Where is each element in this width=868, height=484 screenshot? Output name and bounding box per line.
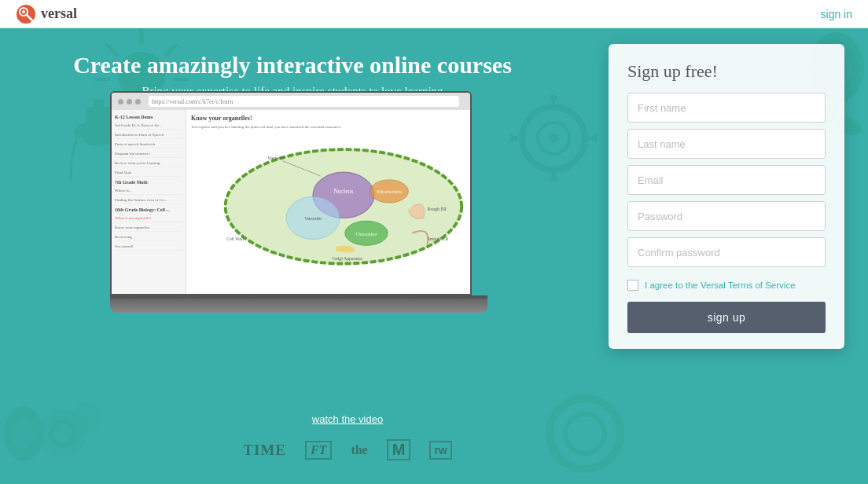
sidebar-section-3-title: 10th Grade Biology: Cell ... xyxy=(115,207,182,212)
lesson-content-title: Know your organelles! xyxy=(191,115,465,122)
sidebar-item-7: Where is... xyxy=(115,187,182,195)
svg-point-24 xyxy=(549,134,558,143)
watch-video-link[interactable]: watch the video xyxy=(312,413,383,425)
sidebar-section-1-title: K-12 Lesson Demo xyxy=(115,115,182,119)
signup-button[interactable]: sign up xyxy=(627,302,826,333)
browser-content: K-12 Lesson Demo 3rd Grade ELA: Parts of… xyxy=(112,110,470,294)
signup-title: Sign up free! xyxy=(627,61,826,82)
sidebar-section-2-title: 7th Grade Math xyxy=(115,180,182,185)
sidebar-item-10: Know your organelles xyxy=(115,224,182,232)
press-logo-time: TIME xyxy=(243,442,286,459)
last-name-input[interactable] xyxy=(627,129,826,159)
sidebar-item-9: What is an organelle? xyxy=(115,214,182,222)
bg-decoration-bottomleft xyxy=(0,371,126,484)
hero-title: Create amazingly interactive online cour… xyxy=(0,52,585,79)
laptop-base xyxy=(110,299,487,313)
press-logo-the: the xyxy=(351,443,367,457)
confirm-password-input[interactable] xyxy=(627,237,826,267)
lesson-main-panel: Know your organelles! You explore and pr… xyxy=(186,110,470,294)
svg-point-42 xyxy=(13,418,35,449)
browser-dot-2 xyxy=(127,99,132,104)
svg-rect-15 xyxy=(93,99,104,111)
sign-in-link[interactable]: sign in xyxy=(821,8,852,20)
gear-decoration xyxy=(506,91,601,189)
bottom-area: watch the video TIME FT the M rw xyxy=(110,412,585,460)
svg-text:Vacuole: Vacuole xyxy=(267,155,285,160)
sidebar-item-6: Final Quiz xyxy=(115,169,182,177)
browser-url: https://versal.com/c/k7er/c/learn xyxy=(149,96,459,107)
signup-form: Sign up free! I agree to the Versal Term… xyxy=(609,44,844,349)
sidebar-item-5: Review what you're learning xyxy=(115,160,182,167)
svg-point-2 xyxy=(22,10,25,13)
svg-text:Golgi Apparatus: Golgi Apparatus xyxy=(333,256,363,261)
svg-text:Cell Wall: Cell Wall xyxy=(226,236,244,241)
svg-text:Rough ER: Rough ER xyxy=(428,207,447,211)
sidebar-item-12: Get started! xyxy=(115,243,182,251)
browser-dot-1 xyxy=(118,99,123,104)
cell-diagram: Nucleus Vacuole Mitochondria Chloroplast… xyxy=(191,132,465,273)
sidebar-item-1: 3rd Grade ELA: Parts of Sp... xyxy=(115,122,182,130)
lesson-sidebar: K-12 Lesson Demo 3rd Grade ELA: Parts of… xyxy=(112,110,186,294)
tos-checkbox[interactable] xyxy=(627,280,638,291)
laptop-mockup: https://versal.com/c/k7er/c/learn K-12 L… xyxy=(110,91,487,313)
press-logo-ft: FT xyxy=(305,441,332,460)
email-input[interactable] xyxy=(627,165,826,195)
logo: versal xyxy=(16,4,77,24)
browser-dot-3 xyxy=(135,99,141,104)
header: versal sign in xyxy=(0,0,868,28)
svg-text:Vacuole: Vacuole xyxy=(304,215,322,221)
sidebar-item-2: Introduction to Parts of Speech xyxy=(115,131,182,139)
svg-text:Nucleus: Nucleus xyxy=(333,188,353,195)
svg-text:Smooth ER: Smooth ER xyxy=(428,236,449,241)
sidebar-item-4: Diagram the sentence! xyxy=(115,150,182,158)
sidebar-item-3: Parts of speech Sandwich xyxy=(115,141,182,148)
tos-row: I agree to the Versal Terms of Service xyxy=(627,280,826,291)
versal-logo-icon xyxy=(16,4,36,24)
press-logo-rw: rw xyxy=(429,441,451,460)
svg-point-45 xyxy=(71,402,102,434)
lesson-description: You explore and practice labeling the pl… xyxy=(191,125,465,129)
sidebar-item-8: Finding the Surface Area of Co... xyxy=(115,196,182,204)
password-input[interactable] xyxy=(627,201,826,231)
svg-text:Mitochondria: Mitochondria xyxy=(377,189,402,194)
browser-bar: https://versal.com/c/k7er/c/learn xyxy=(112,93,470,110)
tos-label: I agree to the Versal Terms of Service xyxy=(645,280,796,290)
svg-text:Chloroplast: Chloroplast xyxy=(355,232,377,236)
press-logo-medium: M xyxy=(387,439,411,460)
laptop-screen: https://versal.com/c/k7er/c/learn K-12 L… xyxy=(110,91,472,295)
logo-text: versal xyxy=(41,6,77,22)
sidebar-item-11: Reviewing xyxy=(115,233,182,241)
press-logos-area: TIME FT the M rw xyxy=(110,439,585,460)
hero-section: Create amazingly interactive online cour… xyxy=(0,28,868,484)
first-name-input[interactable] xyxy=(627,93,826,123)
